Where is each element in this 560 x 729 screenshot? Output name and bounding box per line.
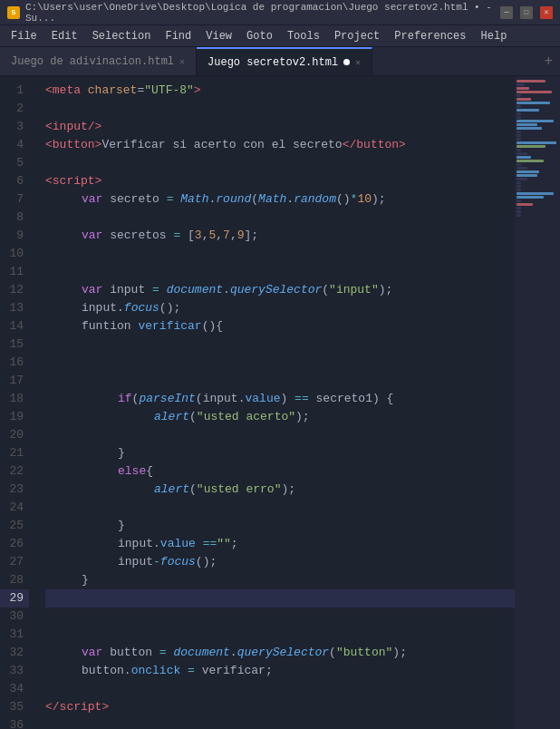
code-line-27: input-focus(); (45, 553, 515, 571)
title-bar: S C:\Users\user\OneDrive\Desktop\Logica … (0, 0, 560, 25)
line-num-33: 33 (0, 662, 29, 680)
line-num-17: 17 (0, 372, 29, 390)
line-num-16: 16 (0, 354, 29, 372)
menu-edit[interactable]: Edit (44, 28, 85, 44)
tab-label: Juego de adivinacion.html (11, 55, 174, 68)
line-num-22: 22 (0, 462, 29, 481)
menu-project[interactable]: Project (327, 28, 387, 44)
line-num-8: 8 (0, 209, 29, 227)
code-line-33: button.onclick = verificar; (45, 662, 515, 680)
tab-close-icon[interactable]: ✕ (179, 56, 185, 67)
code-line-5 (45, 154, 515, 172)
menu-bar: File Edit Selection Find View Goto Tools… (0, 25, 560, 47)
line-num-2: 2 (0, 100, 29, 118)
line-num-32: 32 (0, 644, 29, 662)
tab-juego-secretov2[interactable]: Juego secretov2.html ✕ (197, 47, 372, 75)
code-line-12: var input = document.querySelector("inpu… (45, 281, 515, 299)
code-line-11 (45, 263, 515, 281)
line-num-13: 13 (0, 299, 29, 317)
tab-juego-adivinacion[interactable]: Juego de adivinacion.html ✕ (0, 47, 197, 75)
code-line-13: input.focus(); (45, 299, 515, 317)
line-num-23: 23 (0, 481, 29, 499)
line-num-11: 11 (0, 263, 29, 281)
line-num-21: 21 (0, 444, 29, 462)
code-line-29 (45, 589, 515, 608)
code-line-17 (45, 372, 515, 390)
code-line-28: } (45, 571, 515, 589)
window-controls: — ☐ ✕ (500, 6, 553, 19)
line-num-36: 36 (0, 716, 29, 729)
close-button[interactable]: ✕ (540, 6, 553, 19)
code-line-8 (45, 209, 515, 227)
menu-selection[interactable]: Selection (85, 28, 159, 44)
line-numbers: 1 2 3 4 5 6 7 8 9 10 11 12 13 14 15 16 1… (0, 76, 38, 729)
line-num-18: 18 (0, 390, 29, 408)
line-num-34: 34 (0, 680, 29, 698)
menu-goto[interactable]: Goto (239, 28, 280, 44)
line-num-14: 14 (0, 317, 29, 335)
code-line-19: alert("usted acerto"); (45, 408, 515, 426)
code-line-10 (45, 245, 515, 263)
code-line-22: else{ (45, 462, 515, 481)
code-line-14: funtion verificar(){ (45, 317, 515, 335)
line-num-10: 10 (0, 245, 29, 263)
line-num-30: 30 (0, 608, 29, 626)
line-num-27: 27 (0, 553, 29, 571)
code-line-24 (45, 499, 515, 517)
line-num-15: 15 (0, 335, 29, 354)
line-num-29: 29 (0, 589, 29, 608)
code-line-1: <meta charset="UTF-8"> (45, 82, 515, 100)
line-num-25: 25 (0, 517, 29, 535)
maximize-button[interactable]: ☐ (520, 6, 533, 19)
code-line-30 (45, 608, 515, 626)
code-line-15 (45, 335, 515, 354)
menu-find[interactable]: Find (158, 28, 198, 44)
menu-preferences[interactable]: Preferences (387, 28, 473, 44)
menu-file[interactable]: File (4, 28, 44, 44)
code-line-9: var secretos = [3,5,7,9]; (45, 227, 515, 245)
code-line-36 (45, 716, 515, 729)
menu-help[interactable]: Help (474, 28, 515, 44)
code-line-6: <script> (45, 172, 515, 190)
code-line-26: input.value ==""; (45, 535, 515, 553)
line-num-19: 19 (0, 408, 29, 426)
code-line-3: <input/> (45, 118, 515, 136)
app-icon: S (7, 6, 20, 19)
code-line-16 (45, 354, 515, 372)
line-num-24: 24 (0, 499, 29, 517)
line-num-28: 28 (0, 571, 29, 589)
code-line-2 (45, 100, 515, 118)
line-num-3: 3 (0, 118, 29, 136)
code-line-31 (45, 626, 515, 644)
line-num-12: 12 (0, 281, 29, 299)
minimize-button[interactable]: — (500, 6, 513, 19)
editor-area: 1 2 3 4 5 6 7 8 9 10 11 12 13 14 15 16 1… (0, 76, 560, 729)
tab-modified-dot (343, 59, 350, 65)
window-title: C:\Users\user\OneDrive\Desktop\Logica de… (25, 2, 500, 24)
line-num-6: 6 (0, 172, 29, 190)
code-line-18: if(parseInt(input.value) == secreto1) { (45, 390, 515, 408)
line-num-20: 20 (0, 426, 29, 444)
tab-bar: Juego de adivinacion.html ✕ Juego secret… (0, 47, 560, 76)
tab-add-button[interactable]: + (536, 47, 560, 75)
line-num-1: 1 (0, 82, 29, 100)
tab-label-active: Juego secretov2.html (208, 56, 338, 69)
code-line-34 (45, 680, 515, 698)
code-editor[interactable]: <meta charset="UTF-8"> <input/> <button>… (38, 76, 515, 729)
code-line-7: var secreto = Math.round(Math.random()*1… (45, 190, 515, 209)
tab-close-active-icon[interactable]: ✕ (355, 57, 361, 68)
code-line-35: </script> (45, 698, 515, 716)
menu-view[interactable]: View (198, 28, 239, 44)
line-num-4: 4 (0, 136, 29, 154)
minimap (515, 76, 560, 729)
code-line-25: } (45, 517, 515, 535)
code-line-23: alert("usted erro"); (45, 481, 515, 499)
code-line-32: var button = document.querySelector("but… (45, 644, 515, 662)
menu-tools[interactable]: Tools (280, 28, 327, 44)
line-num-35: 35 (0, 698, 29, 716)
line-num-9: 9 (0, 227, 29, 245)
line-num-7: 7 (0, 190, 29, 209)
line-num-26: 26 (0, 535, 29, 553)
code-line-21: } (45, 444, 515, 462)
code-line-20 (45, 426, 515, 444)
